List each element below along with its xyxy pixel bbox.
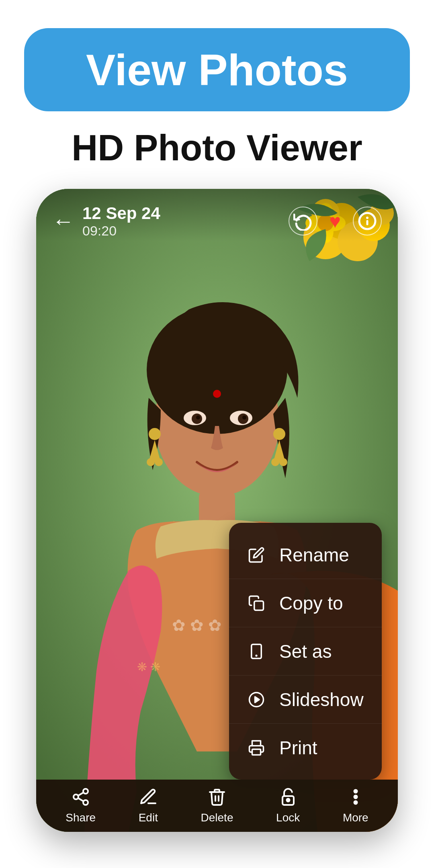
photo-date: 12 Sep 24 — [82, 204, 289, 223]
svg-point-23 — [147, 458, 155, 466]
view-photos-banner[interactable]: View Photos — [24, 28, 410, 111]
svg-point-18 — [196, 416, 200, 420]
menu-item-print[interactable]: Print — [229, 724, 382, 772]
rotate-button[interactable] — [289, 207, 317, 235]
more-icon — [346, 787, 365, 808]
banner-label: View Photos — [86, 45, 348, 94]
slideshow-icon — [245, 688, 267, 710]
back-button[interactable]: ← — [52, 208, 74, 234]
more-label: More — [343, 811, 368, 824]
info-icon — [358, 211, 377, 231]
svg-rect-44 — [252, 749, 260, 755]
menu-item-set-as[interactable]: Set as — [229, 627, 382, 676]
svg-point-15 — [213, 390, 221, 398]
top-bar: ← 12 Sep 24 09:20 ♥ — [36, 189, 398, 241]
toolbar-edit[interactable]: Edit — [139, 787, 158, 824]
delete-icon — [207, 787, 227, 808]
rotate-icon — [293, 211, 313, 231]
copy-icon — [245, 592, 267, 614]
print-label: Print — [279, 737, 317, 759]
toolbar-lock[interactable]: Lock — [276, 787, 300, 824]
date-time-info: 12 Sep 24 09:20 — [82, 204, 289, 239]
lock-label: Lock — [276, 811, 300, 824]
edit-label: Edit — [139, 811, 158, 824]
edit-icon — [139, 787, 158, 808]
app-subtitle: HD Photo Viewer — [72, 127, 362, 169]
slideshow-label: Slideshow — [279, 689, 364, 710]
info-button[interactable] — [353, 207, 382, 235]
phone-mockup: ✿ ✿ ✿ ❋ ❋ ← 12 Sep 24 09:20 ♥ — [36, 189, 398, 832]
print-icon — [245, 737, 267, 759]
svg-line-49 — [78, 792, 84, 796]
svg-point-24 — [155, 458, 163, 466]
photo-time: 09:20 — [82, 223, 289, 239]
menu-item-rename[interactable]: Rename — [229, 531, 382, 579]
svg-point-53 — [354, 796, 357, 798]
favorite-button[interactable]: ♥ — [330, 210, 341, 232]
svg-point-51 — [287, 799, 289, 801]
svg-point-21 — [242, 416, 246, 420]
menu-item-copy-to[interactable]: Copy to — [229, 579, 382, 627]
toolbar-share[interactable]: Share — [66, 787, 96, 824]
svg-text:❋ ❋: ❋ ❋ — [137, 660, 160, 674]
svg-point-22 — [149, 428, 161, 440]
context-menu: Rename Copy to Set as — [229, 523, 382, 780]
share-label: Share — [66, 811, 96, 824]
share-icon — [71, 787, 90, 808]
svg-marker-43 — [255, 697, 259, 702]
svg-point-54 — [354, 801, 357, 804]
svg-point-26 — [271, 458, 279, 466]
set-as-label: Set as — [279, 641, 332, 662]
copy-to-label: Copy to — [279, 592, 343, 614]
svg-point-25 — [273, 428, 285, 440]
set-as-icon — [245, 640, 267, 662]
svg-point-27 — [279, 458, 287, 466]
delete-label: Delete — [201, 811, 233, 824]
menu-item-slideshow[interactable]: Slideshow — [229, 676, 382, 724]
toolbar-delete[interactable]: Delete — [201, 787, 233, 824]
svg-point-52 — [354, 790, 357, 792]
svg-rect-39 — [254, 601, 263, 610]
svg-text:✿ ✿ ✿: ✿ ✿ ✿ — [172, 616, 222, 634]
lock-icon — [278, 787, 298, 808]
top-action-icons: ♥ — [289, 207, 382, 235]
rename-icon — [245, 544, 267, 566]
toolbar-more[interactable]: More — [343, 787, 368, 824]
bottom-toolbar: Share Edit Delete — [36, 780, 398, 832]
svg-line-48 — [78, 798, 84, 801]
rename-label: Rename — [279, 544, 349, 566]
